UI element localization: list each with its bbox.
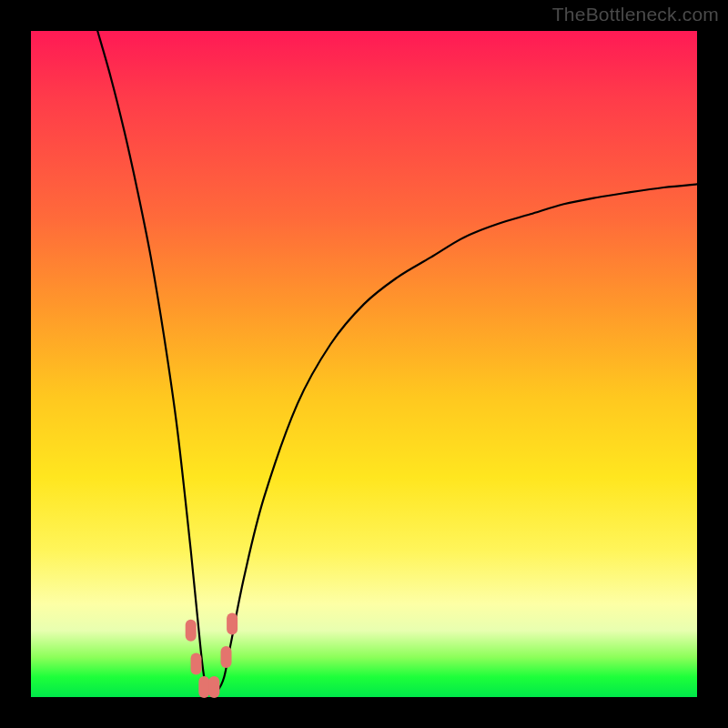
optimal-markers	[186, 613, 238, 699]
optimal-marker	[191, 652, 202, 674]
optimal-marker	[186, 620, 197, 642]
optimal-marker	[221, 646, 232, 668]
optimal-marker	[198, 676, 209, 698]
chart-frame: TheBottleneck.com	[0, 0, 728, 728]
optimal-marker	[208, 676, 219, 698]
bottleneck-curve	[97, 31, 697, 693]
curve-svg	[31, 31, 697, 697]
watermark-text: TheBottleneck.com	[552, 4, 719, 25]
optimal-marker	[227, 613, 238, 635]
plot-area	[31, 31, 697, 697]
